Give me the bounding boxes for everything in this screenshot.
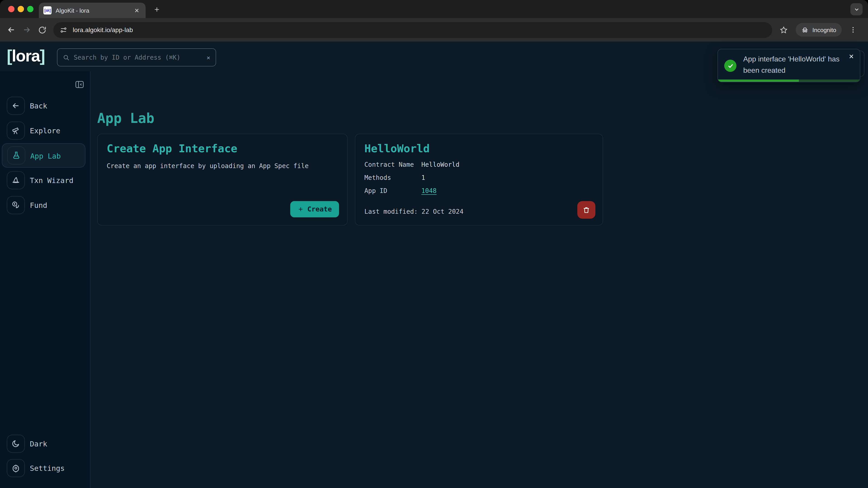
main-content: App Lab Create App Interface Create an a… xyxy=(90,71,868,488)
flask-icon xyxy=(7,147,25,164)
row-label: Contract Name xyxy=(364,161,421,168)
incognito-label: Incognito xyxy=(812,26,836,33)
window-close-button[interactable] xyxy=(8,6,14,12)
search-input[interactable] xyxy=(74,54,207,61)
sidebar-item-app-lab[interactable]: App Lab xyxy=(2,143,86,168)
tab-strip: [ak] AlgoKit - lora ✕ xyxy=(0,0,868,18)
coins-icon xyxy=(7,196,25,214)
app-interface-card: HelloWorld Contract Name HelloWorld Meth… xyxy=(355,134,603,225)
site-settings-icon xyxy=(60,26,67,34)
gear-icon xyxy=(7,459,25,477)
incognito-icon xyxy=(801,26,809,34)
search-box[interactable]: ✕ xyxy=(57,48,216,66)
create-app-interface-card: Create App Interface Create an app inter… xyxy=(97,134,348,225)
lora-logo[interactable]: [lora] xyxy=(7,46,45,66)
plus-icon xyxy=(153,6,160,13)
trash-icon xyxy=(582,206,590,214)
row-value: HelloWorld xyxy=(421,161,460,168)
row-value: 1 xyxy=(421,174,425,181)
url-text: lora.algokit.io/app-lab xyxy=(73,26,133,33)
incognito-badge: Incognito xyxy=(796,23,842,37)
back-button[interactable] xyxy=(5,24,17,36)
window-maximize-button[interactable] xyxy=(27,6,33,12)
toast-progress-fill xyxy=(718,79,799,82)
sidebar-item-label: Settings xyxy=(30,456,65,480)
sidebar-item-label: Explore xyxy=(30,119,60,143)
methods-row: Methods 1 xyxy=(364,174,594,181)
row-label: Methods xyxy=(364,174,421,181)
delete-app-interface-button[interactable] xyxy=(577,201,595,219)
page-title: App Lab xyxy=(97,110,154,126)
tab-search-button[interactable] xyxy=(850,3,863,15)
tab-favicon: [ak] xyxy=(43,6,52,14)
search-clear-button[interactable]: ✕ xyxy=(207,54,210,61)
browser-window: [ak] AlgoKit - lora ✕ lora.algokit.io/ap… xyxy=(0,0,868,488)
sidebar-item-label: App Lab xyxy=(30,144,61,168)
window-controls xyxy=(8,6,33,12)
sidebar-item-back[interactable]: Back xyxy=(0,94,90,118)
arrow-left-icon xyxy=(7,25,16,34)
browser-toolbar: lora.algokit.io/app-lab Incognito xyxy=(0,18,868,41)
address-bar[interactable]: lora.algokit.io/app-lab xyxy=(53,22,772,38)
sidebar-item-fund[interactable]: Fund xyxy=(0,193,90,217)
toast-notification: App interface 'HelloWorld' has been crea… xyxy=(717,49,860,82)
telescope-icon xyxy=(7,122,25,140)
card-description: Create an app interface by uploading an … xyxy=(107,162,338,169)
lora-app: [lora] ✕ Back Explore xyxy=(0,41,868,488)
contract-name-row: Contract Name HelloWorld xyxy=(364,161,594,168)
app-id-row: App ID 1048 xyxy=(364,187,594,194)
toast-progress-bar xyxy=(718,79,860,82)
row-label: App ID xyxy=(364,187,421,194)
reload-icon xyxy=(38,26,46,34)
arrow-right-icon xyxy=(22,25,31,34)
window-minimize-button[interactable] xyxy=(18,6,24,12)
card-title: Create App Interface xyxy=(107,142,338,155)
toast-message: App interface 'HelloWorld' has been crea… xyxy=(743,54,852,76)
sidebar-item-explore[interactable]: Explore xyxy=(0,119,90,143)
toast-close-button[interactable]: ✕ xyxy=(847,52,856,61)
bookmark-button[interactable] xyxy=(778,24,789,36)
search-icon xyxy=(63,54,70,61)
sidebar-item-label: Dark xyxy=(30,431,47,456)
success-check-icon xyxy=(724,60,737,72)
plus-icon xyxy=(298,206,304,213)
app-id-link[interactable]: 1048 xyxy=(421,187,436,194)
tab-close-button[interactable]: ✕ xyxy=(132,6,141,15)
browser-menu-button[interactable] xyxy=(847,24,859,36)
app-interface-name: HelloWorld xyxy=(364,142,594,155)
moon-icon xyxy=(7,435,25,453)
reload-button[interactable] xyxy=(36,24,48,36)
chevron-down-icon xyxy=(853,6,860,12)
tab-title: AlgoKit - lora xyxy=(56,7,132,14)
wizard-hat-icon xyxy=(7,171,25,189)
sidebar-item-label: Txn Wizard xyxy=(30,168,73,193)
sidebar: Back Explore App Lab Txn Wizard xyxy=(0,71,90,488)
create-button[interactable]: Create xyxy=(290,201,339,217)
sidebar-item-label: Back xyxy=(30,94,47,118)
last-modified-text: Last modified: 22 Oct 2024 xyxy=(364,208,463,215)
sidebar-item-dark-mode[interactable]: Dark xyxy=(0,431,90,456)
three-dot-menu-icon xyxy=(849,26,857,34)
sidebar-item-label: Fund xyxy=(30,193,47,217)
collapse-sidebar-button[interactable] xyxy=(74,78,86,90)
sidebar-item-txn-wizard[interactable]: Txn Wizard xyxy=(0,168,90,193)
collapse-panel-icon xyxy=(74,79,85,90)
browser-tab[interactable]: [ak] AlgoKit - lora ✕ xyxy=(39,3,146,18)
forward-button[interactable] xyxy=(21,24,33,36)
star-icon xyxy=(779,26,788,34)
arrow-left-icon xyxy=(7,97,25,115)
sidebar-item-settings[interactable]: Settings xyxy=(0,456,90,480)
new-tab-button[interactable] xyxy=(152,4,162,14)
